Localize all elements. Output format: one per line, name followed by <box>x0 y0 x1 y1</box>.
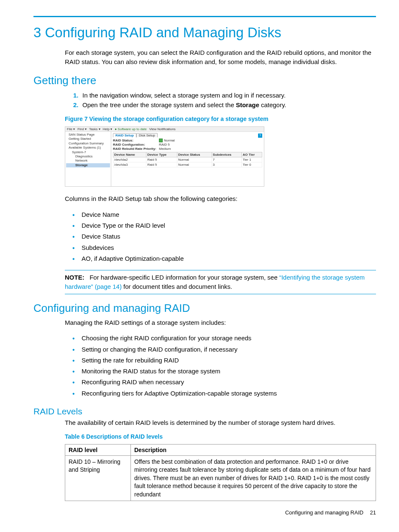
columns-list: Device Name Device Type or the RAID leve… <box>65 209 376 264</box>
columns-intro: Columns in the RAID Setup tab show the f… <box>65 194 376 203</box>
note-box: NOTE: For hardware-specific LED informat… <box>65 270 376 294</box>
getting-there-steps: 1.In the navigation window, select a sto… <box>65 90 376 110</box>
raid-level-name: RAID 10 – Mirroring and Striping <box>65 455 131 501</box>
menu-item[interactable]: Find ▾ <box>77 127 87 131</box>
nav-tree: SAN Status Page Getting Started Configur… <box>65 132 111 186</box>
list-item: Device Type or the RAID level <box>72 220 376 231</box>
step-1: 1.In the navigation window, select a sto… <box>73 90 376 100</box>
figure-menubar: File ▾ Find ▾ Tasks ▾ Help ▾ ● Software … <box>65 127 264 132</box>
chapter-title: 3 Configuring RAID and Managing Disks <box>33 25 376 41</box>
col-header: Device Status <box>177 152 212 157</box>
step-text: Open the tree under the storage system a… <box>82 101 286 108</box>
list-item: Setting the rate for rebuilding RAID <box>72 355 376 366</box>
step-2: 2.Open the tree under the storage system… <box>73 100 376 110</box>
figure-screenshot: File ▾ Find ▾ Tasks ▾ Help ▾ ● Software … <box>65 126 264 187</box>
raid-levels-table: RAID level Description RAID 10 – Mirrori… <box>65 444 376 501</box>
col-header: Device Type <box>146 152 177 157</box>
col-header: Device Name <box>113 152 146 157</box>
note-text-before: For hardware-specific LED information fo… <box>90 274 279 281</box>
table-row: RAID 10 – Mirroring and Striping Offers … <box>65 455 376 501</box>
table-row[interactable]: /dev/ida3 Raid 5 Normal 3 Tier 0 <box>113 162 262 167</box>
col-header: AO Tier <box>242 152 262 157</box>
col-header: RAID level <box>65 444 131 455</box>
view-notifications[interactable]: View Notifications <box>149 127 176 131</box>
tree-item[interactable]: System-7 <box>66 150 110 154</box>
list-item: Reconfiguring tiers for Adaptive Optimiz… <box>72 388 376 399</box>
help-icon[interactable]: ? <box>258 134 262 138</box>
tree-item[interactable]: Configuration Summary <box>66 141 110 146</box>
table-row[interactable]: /dev/ida2 Raid 5 Normal 7 Tier 1 <box>113 157 262 162</box>
managing-intro: Managing the RAID settings of a storage … <box>65 318 376 327</box>
tree-item[interactable]: Available Systems (1) <box>66 146 110 150</box>
tab-raid-setup[interactable]: RAID Setup <box>113 133 136 137</box>
tree-item[interactable]: SAN Status Page <box>66 133 110 137</box>
step-text: In the navigation window, select a stora… <box>82 92 286 99</box>
menu-item[interactable]: Tasks ▾ <box>89 127 100 131</box>
list-item: Setting or changing the RAID configurati… <box>72 344 376 355</box>
note-label: NOTE: <box>65 274 84 281</box>
list-item: Choosing the right RAID configuration fo… <box>72 333 376 344</box>
kv-row: RAID Status:Normal <box>113 139 262 142</box>
tree-item-storage[interactable]: Storage <box>66 163 110 167</box>
chapter-intro: For each storage system, you can select … <box>65 48 376 67</box>
page: 3 Configuring RAID and Managing Disks Fo… <box>0 0 399 528</box>
figure-caption: Figure 7 Viewing the storage configurati… <box>65 116 376 122</box>
managing-heading: Configuring and managing RAID <box>33 302 376 315</box>
tab-disk-setup[interactable]: Disk Setup <box>136 133 158 137</box>
list-item: AO, if Adaptive Optimization-capable <box>72 253 376 264</box>
note-text-after: for document titles and document links. <box>122 283 232 290</box>
managing-list: Choosing the right RAID configuration fo… <box>65 333 376 399</box>
list-item: Reconfiguring RAID when necessary <box>72 377 376 388</box>
status-dot-icon <box>159 139 163 142</box>
list-item: Device Name <box>72 209 376 220</box>
kv-row: RAID Configuration:RAID 5 <box>113 143 262 146</box>
status-uptodate: ● Software up to date <box>115 127 146 131</box>
list-item: Device Status <box>72 231 376 242</box>
kv-row: RAID Rebuild Rate Priority:Medium <box>113 147 262 151</box>
getting-there-heading: Getting there <box>33 74 376 87</box>
raid-levels-heading: RAID Levels <box>33 406 376 416</box>
tree-item[interactable]: Diagnostics <box>66 154 110 159</box>
menu-item[interactable]: Help ▾ <box>103 127 113 131</box>
tree-item[interactable]: Getting Started <box>66 137 110 141</box>
col-header: Description <box>131 444 376 455</box>
raid-level-desc: Offers the best combination of data prot… <box>131 455 376 501</box>
page-number: 21 <box>370 509 376 516</box>
menu-item[interactable]: File ▾ <box>67 127 75 131</box>
list-item: Monitoring the RAID status for the stora… <box>72 366 376 377</box>
raid-levels-intro: The availability of certain RAID levels … <box>65 418 376 427</box>
col-header: Subdevices <box>212 152 241 157</box>
page-footer: Configuring and managing RAID 21 <box>33 509 376 516</box>
list-item: Subdevices <box>72 242 376 253</box>
figure-tabs: RAID Setup Disk Setup <box>113 133 262 137</box>
footer-text: Configuring and managing RAID <box>285 509 363 516</box>
top-rule <box>33 16 376 17</box>
table-caption: Table 6 Descriptions of RAID levels <box>65 433 376 440</box>
device-table: Device Name Device Type Device Status Su… <box>113 152 262 167</box>
tree-item[interactable]: Network <box>66 159 110 163</box>
figure-content: ? RAID Setup Disk Setup RAID Status:Norm… <box>111 132 264 186</box>
